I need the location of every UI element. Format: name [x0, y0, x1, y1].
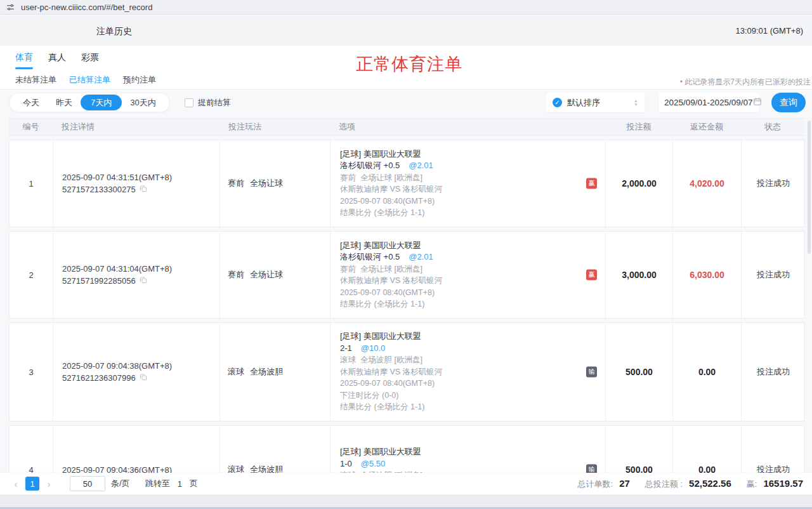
play-cell: 赛前全场让球 — [220, 232, 331, 318]
jump-page-value: 1 — [178, 479, 182, 489]
row-number: 2 — [10, 232, 53, 318]
bet-detail-cell: 2025-09-07 04:31:51(GMT+8) 5271572133300… — [53, 140, 220, 227]
bet-time: 2025-09-07 04:31:04(GMT+8) — [62, 264, 219, 274]
play-cell: 赛前全场让球 — [220, 140, 331, 227]
row-number: 3 — [10, 323, 53, 421]
filter-30-days[interactable]: 30天内 — [122, 93, 164, 112]
copy-icon[interactable] — [140, 373, 147, 383]
summary-win-value: 16519.57 — [763, 478, 803, 489]
next-page-button[interactable]: › — [42, 477, 56, 491]
tab-lottery[interactable]: 彩票 — [81, 52, 99, 69]
summary-totals: 总计单数: 27 总投注额 : 52,522.56 赢: 16519.57 — [578, 478, 803, 490]
match-teams: 休斯敦迪纳摩 VS 洛杉矶银河 — [340, 366, 570, 378]
status-cell: 投注成功 — [742, 232, 805, 318]
date-range-input[interactable]: 2025/09/01-2025/09/07 — [658, 93, 759, 112]
play-cell: 滚球全场波胆 — [220, 323, 331, 421]
payout-cell: 6,030.00 — [673, 232, 742, 318]
tab-sports[interactable]: 体育 — [15, 52, 33, 69]
summary-win-label: 赢: — [747, 479, 757, 490]
date-quick-filters: 今天 昨天 7天内 30天内 — [9, 93, 170, 112]
table-footer: ‹ 1 › 条/页 跳转至 1 页 总计单数: 27 总投注额 : 52,522… — [0, 473, 812, 494]
bet-pick: 2-1 — [340, 343, 352, 353]
bet-record-page: user-pc-new.ciiicc.com/#/bet_record 注单历史… — [0, 0, 812, 509]
bet-time: 2025-09-07 09:04:38(GMT+8) — [62, 361, 219, 371]
result-score: 结果比分 (全场比分 1-1) — [340, 401, 570, 413]
prev-page-button[interactable]: ‹ — [9, 477, 23, 491]
bet-score: 下注时比分 (0-0) — [340, 390, 570, 402]
subtab-unsettled[interactable]: 未结算注单 — [15, 74, 56, 91]
stake-cell: 2,000.00 — [606, 140, 673, 227]
url-text: user-pc-new.ciiicc.com/#/bet_record — [21, 3, 152, 12]
server-clock: 13:09:01 (GMT+8) — [735, 26, 803, 36]
table-header: 编号 投注详情 投注玩法 选项 投注额 返还金额 状态 — [9, 118, 804, 136]
bet-odds: @5.50 — [361, 459, 386, 468]
search-button[interactable]: 查询 — [771, 93, 806, 112]
result-badge-win: 赢 — [586, 270, 597, 281]
column-header-play: 投注玩法 — [219, 121, 330, 133]
calendar-icon[interactable] — [753, 97, 762, 108]
bet-pick: 洛杉矶银河 +0.5 — [340, 252, 400, 261]
records-note: • 此记录将显示7天内所有已派彩的投注 — [680, 77, 811, 88]
option-cell: [足球] 美国职业大联盟 洛杉矶银河 +0.5@2.01 赛前 全场让球 [欧洲… — [331, 232, 606, 318]
filter-row: 今天 昨天 7天内 30天内 提前结算 ✓ 默认排序 ▲▼ 2025/09/01… — [9, 93, 806, 112]
tab-live[interactable]: 真人 — [48, 52, 66, 69]
bet-detail-cell: 2025-09-07 09:04:38(GMT+8) 5271621236307… — [53, 323, 220, 421]
stake-cell: 500.00 — [606, 323, 673, 421]
table-row: 2 2025-09-07 04:31:04(GMT+8) 52715719922… — [9, 231, 804, 319]
match-teams: 休斯敦迪纳摩 VS 洛杉矶银河 — [340, 275, 570, 287]
filter-today[interactable]: 今天 — [15, 93, 48, 112]
play-detail: 滚球 全场波胆 [欧洲盘] — [340, 354, 570, 366]
match-time: 2025-09-07 08:40(GMT+8) — [340, 287, 570, 299]
match-time: 2025-09-07 08:40(GMT+8) — [340, 378, 570, 390]
filter-yesterday[interactable]: 昨天 — [48, 93, 81, 112]
copy-icon[interactable] — [140, 185, 147, 194]
bet-odds: @2.01 — [409, 161, 433, 170]
checkbox-unchecked-icon[interactable] — [185, 98, 193, 107]
page-header: 注单历史 13:09:01 (GMT+8) — [0, 15, 812, 46]
bet-odds: @10.0 — [361, 343, 386, 353]
bet-detail-cell: 2025-09-07 04:31:04(GMT+8) 5271571992285… — [53, 232, 220, 318]
copy-icon[interactable] — [140, 276, 147, 286]
result-score: 结果比分 (全场比分 1-1) — [340, 207, 570, 219]
option-cell: [足球] 美国职业大联盟 2-1@10.0 滚球 全场波胆 [欧洲盘] 休斯敦迪… — [331, 323, 606, 421]
option-cell: [足球] 美国职业大联盟 洛杉矶银河 +0.5@2.01 赛前 全场让球 [欧洲… — [331, 140, 606, 227]
page-size-input[interactable] — [70, 476, 105, 491]
sub-tabs: 未结算注单 已结算注单 预约注单 — [15, 74, 156, 91]
red-annotation-text: 正常体育注单 — [356, 53, 462, 76]
stake-cell: 3,000.00 — [606, 232, 673, 318]
result-badge-lose: 输 — [586, 367, 597, 378]
early-settlement-filter[interactable]: 提前结算 — [185, 97, 231, 109]
browser-address-bar[interactable]: user-pc-new.ciiicc.com/#/bet_record — [0, 0, 812, 15]
table-row: 3 2025-09-07 09:04:38(GMT+8) 52716212363… — [9, 322, 804, 421]
subtab-settled[interactable]: 已结算注单 — [69, 74, 110, 91]
sort-select[interactable]: ✓ 默认排序 ▲▼ — [546, 93, 645, 112]
bet-table: 编号 投注详情 投注玩法 选项 投注额 返还金额 状态 1 2025-09-07… — [9, 118, 804, 494]
filter-7-days[interactable]: 7天内 — [81, 95, 122, 110]
payout-cell: 0.00 — [673, 323, 742, 421]
row-number: 1 — [10, 140, 53, 227]
main-tabs: 体育 真人 彩票 — [15, 52, 99, 69]
bottom-strip — [0, 494, 812, 509]
vertical-scrollbar[interactable] — [808, 121, 811, 254]
summary-total-label: 总投注额 : — [645, 479, 683, 490]
tune-icon[interactable] — [6, 3, 15, 11]
match-teams: 休斯敦迪纳摩 VS 洛杉矶银河 — [340, 183, 570, 195]
jump-to-label: 跳转至 — [145, 478, 170, 489]
bet-time: 2025-09-07 04:31:51(GMT+8) — [62, 173, 219, 182]
bet-order-id: 5271621236307996 — [62, 373, 136, 383]
league-name: [足球] 美国职业大联盟 — [340, 331, 570, 343]
league-name: [足球] 美国职业大联盟 — [340, 240, 570, 252]
summary-total-value: 52,522.56 — [689, 478, 731, 489]
bet-pick: 1-0 — [340, 459, 352, 468]
play-detail: 赛前 全场让球 [欧洲盘] — [340, 172, 570, 184]
play-detail: 赛前 全场让球 [欧洲盘] — [340, 263, 570, 275]
sort-selected-value: 默认排序 — [567, 97, 600, 109]
page-number-button[interactable]: 1 — [25, 477, 39, 491]
bet-order-id: 5271571992285056 — [62, 276, 136, 286]
column-header-option: 选项 — [330, 121, 605, 133]
column-header-detail: 投注详情 — [53, 121, 219, 133]
table-row: 1 2025-09-07 04:31:51(GMT+8) 52715721333… — [9, 140, 804, 227]
match-time: 2025-09-07 08:40(GMT+8) — [340, 195, 570, 208]
subtab-reserved[interactable]: 预约注单 — [123, 74, 156, 91]
per-page-label: 条/页 — [111, 478, 130, 489]
